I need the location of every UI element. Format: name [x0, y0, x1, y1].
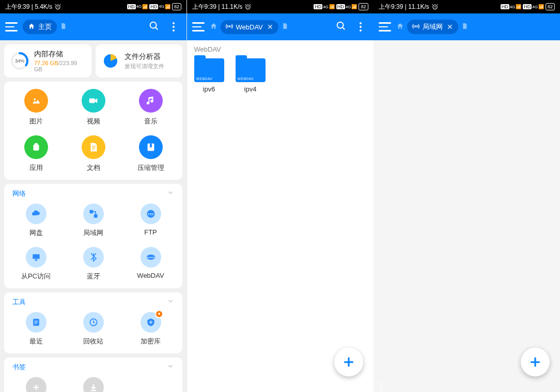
menu-button[interactable]	[192, 20, 206, 34]
chevron-down-icon[interactable]	[167, 189, 174, 198]
status-bar: 上午9:39 | 11.1K/s HD4G📶 HD4G📶 82	[374, 0, 560, 13]
tool-recycle[interactable]: 回收站	[65, 312, 122, 346]
broadcast-icon	[412, 23, 419, 32]
chevron-down-icon[interactable]	[167, 297, 174, 307]
folder-ipv4[interactable]: WEBDAV ipv4	[236, 58, 266, 93]
cat-music[interactable]: 音乐	[122, 89, 179, 126]
fab-add[interactable]	[334, 348, 363, 377]
svg-point-5	[34, 98, 36, 100]
status-time-rate: 上午9:39 | 11.1K/s	[192, 3, 243, 11]
doc-crumb-icon	[60, 23, 67, 31]
android-icon	[24, 135, 48, 159]
recent-icon	[26, 312, 46, 333]
tool-recent[interactable]: 最近	[7, 312, 65, 346]
net-pc[interactable]: 从PC访问	[7, 247, 65, 281]
svg-rect-6	[89, 98, 95, 103]
bookmark-download[interactable]	[65, 377, 122, 392]
signal-1: HD4G📶	[501, 4, 522, 9]
menu-button[interactable]	[5, 20, 19, 34]
bookmarks-title: 书签	[12, 363, 26, 372]
alarm-icon	[244, 3, 252, 10]
video-icon	[82, 89, 105, 113]
recycle-icon	[83, 312, 104, 333]
document-icon	[82, 135, 105, 159]
analyzer-card[interactable]: 文件分析器 发现可清理文件	[96, 44, 183, 77]
webdav-tab[interactable]: WebDAV ✕	[221, 20, 278, 34]
chevron-down-icon[interactable]	[167, 363, 174, 372]
broadcast-icon	[226, 23, 233, 32]
home-crumb-icon[interactable]	[396, 22, 404, 32]
signal-2: HD4G📶	[149, 4, 170, 9]
bookmark-add[interactable]	[7, 377, 65, 392]
svg-point-7	[34, 144, 35, 144]
cat-apps[interactable]: 应用	[7, 135, 65, 173]
folder-icon: WEBDAV	[194, 58, 224, 82]
network-title: 网络	[12, 189, 26, 198]
fab-add[interactable]	[521, 348, 550, 377]
cat-docs[interactable]: 文档	[65, 135, 122, 173]
tools-section: 工具 最近 回收站	[4, 292, 182, 353]
menu-button[interactable]	[379, 20, 392, 34]
screen-lan: 上午9:39 | 11.1K/s HD4G📶 HD4G📶 82 局域网 ✕	[374, 0, 560, 392]
screen-webdav: 上午9:39 | 11.1K/s HD4G📶 HD4G📶 82 WebDAV ✕	[187, 0, 374, 392]
music-icon	[139, 89, 163, 113]
home-tab[interactable]: 主页	[23, 20, 57, 34]
status-bar: 上午9:39 | 5.4K/s HD4G📶 HD4G📶 82	[0, 0, 186, 13]
svg-rect-13	[94, 214, 97, 218]
svg-rect-12	[89, 210, 93, 214]
lan-tab[interactable]: 局域网 ✕	[407, 20, 458, 34]
doc-crumb-icon	[461, 23, 468, 31]
storage-sub: 77.26 GB/223.99 GB	[34, 60, 85, 72]
net-bluetooth[interactable]: 蓝牙	[65, 247, 122, 281]
svg-text:FTP: FTP	[148, 213, 153, 216]
svg-rect-11	[150, 147, 151, 149]
cat-videos[interactable]: 视频	[65, 89, 122, 126]
webdav-tab-label: WebDAV	[236, 23, 263, 31]
svg-rect-16	[33, 254, 39, 259]
bluetooth-icon	[83, 247, 104, 268]
screen-home: 上午9:39 | 5.4K/s HD4G📶 HD4G📶 82 主页	[0, 0, 186, 392]
doc-crumb-icon	[282, 23, 288, 31]
lan-tab-label: 局域网	[423, 22, 443, 32]
close-tab-button[interactable]: ✕	[447, 23, 453, 31]
folder-ipv6[interactable]: WEBDAV ipv6	[194, 58, 224, 93]
svg-point-23	[337, 22, 343, 28]
close-tab-button[interactable]: ✕	[267, 23, 273, 31]
alarm-icon	[431, 3, 439, 10]
analyzer-sub: 发现可清理文件	[125, 62, 164, 70]
cat-images[interactable]: 图片	[7, 89, 65, 126]
path-label: WebDAV	[187, 40, 374, 56]
storage-percent: 34%	[10, 52, 29, 70]
cloud-icon	[26, 203, 46, 224]
home-crumb-icon[interactable]	[210, 22, 217, 32]
webdav-content: WebDAV WEBDAV ipv6 WEBDAV ipv4	[187, 40, 374, 392]
storage-card[interactable]: 34% 内部存储 77.26 GB/223.99 GB	[4, 44, 91, 77]
tools-title: 工具	[12, 297, 26, 307]
more-button[interactable]	[374, 383, 389, 392]
search-button[interactable]	[146, 20, 162, 34]
lan-icon	[83, 203, 104, 224]
net-cloud[interactable]: 网盘	[7, 203, 65, 238]
alarm-icon	[54, 3, 61, 10]
webdav-icon: WebDAV	[141, 247, 161, 268]
cat-archives[interactable]: 压缩管理	[122, 135, 179, 173]
storage-title: 内部存储	[34, 50, 85, 59]
signal-2: HD4G📶	[523, 4, 544, 9]
tool-vault[interactable]: 加密库	[122, 312, 179, 346]
svg-point-1	[150, 22, 157, 28]
search-button[interactable]	[333, 20, 349, 34]
net-webdav[interactable]: WebDAV WebDAV	[122, 247, 179, 281]
archive-icon	[139, 135, 163, 159]
category-grid: 图片 视频 音乐 应用	[4, 82, 182, 180]
net-lan[interactable]: 局域网	[65, 203, 122, 238]
net-ftp[interactable]: FTP FTP	[122, 203, 179, 238]
status-bar: 上午9:39 | 11.1K/s HD4G📶 HD4G📶 82	[187, 0, 374, 13]
battery-level: 82	[172, 3, 181, 10]
more-button[interactable]	[166, 22, 181, 32]
bookmarks-section: 书签	[4, 357, 182, 392]
signal-2: HD4G📶	[336, 4, 357, 9]
home-icon	[28, 23, 35, 32]
more-button[interactable]	[353, 22, 368, 32]
vault-badge	[155, 310, 163, 318]
network-section: 网络 网盘 局域网	[4, 184, 182, 288]
